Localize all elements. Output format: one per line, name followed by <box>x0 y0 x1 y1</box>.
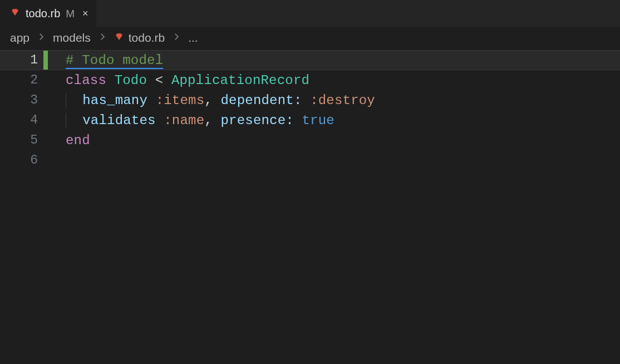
breadcrumb-item-models[interactable]: models <box>53 31 91 45</box>
breadcrumb-ellipsis[interactable]: ... <box>188 31 198 45</box>
close-icon[interactable]: × <box>80 8 88 19</box>
gutter-marker <box>43 90 48 110</box>
code-content[interactable] <box>48 150 66 170</box>
gutter-marker <box>43 70 48 90</box>
ruby-icon <box>114 31 124 45</box>
code-editor[interactable]: 1 # Todo model 2 class Todo < Applicatio… <box>0 50 620 170</box>
chevron-right-icon <box>97 31 107 45</box>
breadcrumb: app models todo.rb ... <box>0 27 620 50</box>
token-symbol: :name <box>164 113 204 128</box>
line-number: 1 <box>0 53 43 67</box>
token-method: validates <box>82 113 155 128</box>
token-boolean: true <box>302 113 334 128</box>
chevron-right-icon <box>171 31 181 45</box>
line-number: 3 <box>0 93 43 107</box>
token-punct: , <box>204 113 213 128</box>
line-number: 5 <box>0 133 43 147</box>
breadcrumb-label: models <box>53 31 91 45</box>
gutter-marker <box>43 150 48 170</box>
token-param: presence: <box>220 113 293 128</box>
token-symbol: :items <box>156 93 205 108</box>
token-param: dependent: <box>221 93 302 108</box>
code-content[interactable]: # Todo model <box>48 51 163 70</box>
breadcrumb-label: todo.rb <box>129 31 165 45</box>
token-operator: < <box>155 73 164 88</box>
code-line[interactable]: 3 has_many :items , dependent: :destroy <box>0 90 620 110</box>
tab-bar: todo.rb M × <box>0 0 620 27</box>
code-line[interactable]: 4 validates :name , presence: true <box>0 110 620 130</box>
tab-todo-rb[interactable]: todo.rb M × <box>0 0 96 27</box>
token-comment: # Todo model <box>66 53 163 68</box>
code-content[interactable]: end <box>48 130 90 150</box>
ruby-icon <box>10 7 20 20</box>
line-number: 6 <box>0 153 43 168</box>
line-number: 4 <box>0 113 43 127</box>
chevron-right-icon <box>36 31 46 45</box>
tab-modified-indicator: M <box>66 8 75 20</box>
code-line[interactable]: 1 # Todo model <box>0 50 620 70</box>
code-line[interactable]: 2 class Todo < ApplicationRecord <box>0 70 620 90</box>
breadcrumb-item-file[interactable]: todo.rb <box>114 31 165 45</box>
tab-filename: todo.rb <box>26 7 60 20</box>
line-number: 2 <box>0 73 43 87</box>
code-content[interactable]: has_many :items , dependent: :destroy <box>48 90 375 110</box>
token-method: has_many <box>82 93 147 108</box>
breadcrumb-label: app <box>10 31 29 45</box>
gutter-marker <box>43 110 48 130</box>
code-content[interactable]: class Todo < ApplicationRecord <box>48 70 309 90</box>
breadcrumb-item-app[interactable]: app <box>10 31 29 45</box>
token-punct: , <box>204 93 213 108</box>
code-line[interactable]: 5 end <box>0 130 620 150</box>
token-keyword: class <box>66 73 106 88</box>
token-class: Todo <box>115 73 147 88</box>
token-class: ApplicationRecord <box>171 73 309 88</box>
token-keyword: end <box>66 133 90 148</box>
token-symbol: :destroy <box>310 93 375 108</box>
code-content[interactable]: validates :name , presence: true <box>48 110 334 130</box>
code-line[interactable]: 6 <box>0 150 620 170</box>
gutter-marker <box>43 130 48 150</box>
gutter-modified-marker <box>43 51 48 70</box>
